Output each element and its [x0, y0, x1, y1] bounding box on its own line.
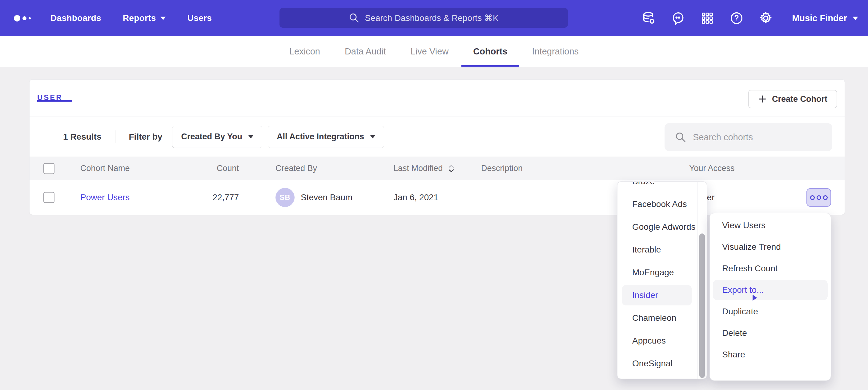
cohorts-card: USER Create Cohort 1 Results Filter by C…	[29, 79, 845, 215]
plus-icon	[758, 94, 767, 104]
help-icon[interactable]	[729, 11, 744, 26]
global-search-input[interactable]: Search Dashboards & Reports ⌘K	[279, 8, 568, 28]
menu-item-visualize-trend[interactable]: Visualize Trend	[710, 236, 831, 258]
menu-item-delete[interactable]: Delete	[710, 322, 831, 344]
filter-created-by[interactable]: Created By You	[172, 126, 262, 148]
topbar-right-controls: Music Finder	[642, 0, 858, 36]
menu-item-iterable[interactable]: Iterable	[617, 238, 707, 261]
primary-nav: Dashboards Reports Users	[51, 13, 212, 23]
data-settings-icon[interactable]	[642, 11, 656, 26]
nav-item-reports[interactable]: Reports	[123, 13, 166, 23]
search-icon	[675, 132, 686, 143]
table-header-row: Cohort Name Count Created By Last Modifi…	[30, 157, 845, 180]
menu-item-insider[interactable]: Insider	[617, 284, 707, 307]
nav-item-dashboards[interactable]: Dashboards	[51, 13, 101, 23]
column-header-count[interactable]: Count	[183, 157, 239, 180]
section-tabs: Lexicon Data Audit Live View Cohorts Int…	[0, 36, 868, 67]
settings-gear-icon[interactable]	[758, 11, 773, 26]
column-header-cohort-name[interactable]: Cohort Name	[80, 157, 130, 180]
row-context-menu: View Users Visualize Trend Refresh Count…	[710, 213, 831, 381]
menu-item-duplicate[interactable]: Duplicate	[710, 301, 831, 322]
menu-item-onesignal[interactable]: OneSignal	[617, 352, 707, 375]
column-header-your-access[interactable]: Your Access	[689, 157, 735, 180]
chevron-down-icon	[248, 135, 253, 138]
column-header-last-modified[interactable]: Last Modified	[393, 157, 455, 180]
table-row[interactable]: Power Users 22,777 SB Steven Baum Jan 6,…	[30, 180, 845, 215]
export-submenu-list: Braze Facebook Ads Google Adwords Iterab…	[617, 182, 707, 375]
results-count: 1 Results	[63, 132, 101, 142]
search-icon	[349, 12, 359, 23]
menu-item-moengage[interactable]: MoEngage	[617, 261, 707, 284]
active-tab-underline	[37, 100, 72, 102]
menu-item-appcues[interactable]: Appcues	[617, 329, 707, 352]
nav-label: Users	[187, 13, 212, 23]
row-checkbox[interactable]	[43, 192, 55, 203]
top-navigation-bar: Dashboards Reports Users Search Dashboar…	[0, 0, 868, 36]
row-actions-button[interactable]	[806, 188, 831, 207]
menu-item-google-adwords[interactable]: Google Adwords	[617, 216, 707, 238]
tab-integrations[interactable]: Integrations	[521, 36, 591, 67]
screen: Dashboards Reports Users Search Dashboar…	[0, 0, 868, 390]
cohort-search-placeholder: Search cohorts	[693, 132, 753, 142]
menu-item-share[interactable]: Share	[710, 344, 831, 365]
scrollbar-thumb[interactable]	[699, 233, 705, 378]
nav-label: Reports	[123, 13, 156, 23]
filter-by-label: Filter by	[129, 132, 162, 142]
project-name: Music Finder	[792, 13, 847, 23]
menu-item-chameleon[interactable]: Chameleon	[617, 307, 707, 329]
tab-cohorts[interactable]: Cohorts	[461, 36, 519, 67]
menu-item-facebook-ads[interactable]: Facebook Ads	[617, 193, 707, 216]
chevron-down-icon	[370, 135, 375, 138]
context-menu-list: View Users Visualize Trend Refresh Count…	[710, 215, 831, 365]
menu-item-view-users[interactable]: View Users	[710, 215, 831, 236]
sort-icon[interactable]	[448, 165, 455, 172]
submenu-arrow-icon	[752, 295, 757, 301]
apps-grid-icon[interactable]	[700, 11, 715, 26]
card-header: USER Create Cohort	[30, 80, 845, 117]
column-header-description[interactable]: Description	[481, 157, 523, 180]
menu-item-refresh-count[interactable]: Refresh Count	[710, 258, 831, 279]
created-by-cell: SB Steven Baum	[276, 180, 352, 215]
avatar: SB	[276, 188, 294, 207]
cohort-count: 22,777	[183, 180, 239, 215]
last-modified-value: Jan 6, 2021	[393, 180, 438, 215]
project-switcher[interactable]: Music Finder	[792, 13, 858, 23]
filter-toolbar: 1 Results Filter by Created By You All A…	[30, 117, 845, 157]
tab-data-audit[interactable]: Data Audit	[333, 36, 398, 67]
filter-integrations[interactable]: All Active Integrations	[268, 126, 384, 148]
column-header-created-by[interactable]: Created By	[276, 157, 317, 180]
create-cohort-button[interactable]: Create Cohort	[748, 90, 837, 108]
nav-label: Dashboards	[51, 13, 101, 23]
menu-item-export-to[interactable]: Export to...	[710, 279, 831, 301]
tab-lexicon[interactable]: Lexicon	[278, 36, 332, 67]
scrollbar-track	[697, 182, 698, 379]
nav-item-users[interactable]: Users	[187, 13, 212, 23]
created-by-name: Steven Baum	[301, 193, 352, 202]
global-search-placeholder: Search Dashboards & Reports ⌘K	[365, 13, 498, 23]
app-logo-icon[interactable]	[14, 15, 31, 22]
ellipsis-icon	[810, 195, 815, 200]
feedback-bubble-icon[interactable]	[671, 11, 685, 26]
cohort-search-input[interactable]: Search cohorts	[664, 123, 832, 151]
tab-user-cohorts[interactable]: USER	[37, 93, 63, 102]
divider	[115, 130, 116, 143]
cohort-name-link[interactable]: Power Users	[80, 193, 130, 202]
menu-item-braze[interactable]: Braze	[617, 182, 707, 193]
export-submenu: Braze Facebook Ads Google Adwords Iterab…	[617, 182, 707, 379]
chevron-down-icon	[160, 17, 166, 20]
select-all-checkbox[interactable]	[43, 163, 55, 174]
tab-live-view[interactable]: Live View	[399, 36, 461, 67]
chevron-down-icon	[852, 17, 858, 20]
